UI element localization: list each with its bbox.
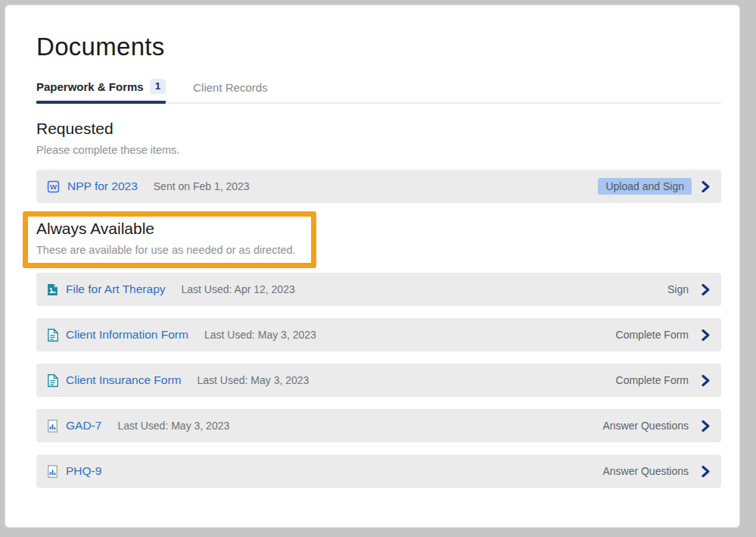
row-meta: Last Used: May 3, 2023 (197, 374, 309, 386)
document-link[interactable]: NPP for 2023 (67, 180, 138, 193)
tab-label: Paperwork & Forms (36, 80, 144, 93)
action-answer-questions[interactable]: Answer Questions (602, 465, 689, 477)
tab-bar: Paperwork & Forms1Client Records (36, 79, 721, 104)
action-complete-form[interactable]: Complete Form (616, 329, 689, 341)
documents-page: Documents Paperwork & Forms1Client Recor… (5, 5, 740, 528)
document-link[interactable]: Client Insurance Form (66, 373, 181, 387)
chevron-right-icon (702, 181, 710, 192)
action-answer-questions[interactable]: Answer Questions (602, 420, 689, 432)
document-row-client-insurance-form[interactable]: Client Insurance FormLast Used: May 3, 2… (36, 364, 721, 397)
tab-paperwork-forms[interactable]: Paperwork & Forms1 (36, 79, 166, 102)
section-heading: Requested (36, 120, 721, 138)
row-meta: Last Used: May 3, 2023 (117, 420, 229, 432)
section-subheading: These are available for use as needed or… (36, 244, 296, 256)
word-file-icon: W (47, 180, 60, 193)
document-file-icon (47, 374, 58, 387)
chevron-right-icon (702, 375, 710, 386)
document-file-icon (47, 329, 58, 342)
chevron-right-icon (702, 329, 710, 341)
page-title: Documents (36, 33, 721, 61)
document-link[interactable]: PHQ-9 (66, 464, 101, 478)
action-upload-and-sign[interactable]: Upload and Sign (598, 178, 692, 195)
row-meta: Last Used: May 3, 2023 (204, 329, 316, 341)
document-row-gad-7[interactable]: GAD-7Last Used: May 3, 2023Answer Questi… (36, 409, 721, 442)
tab-count-badge: 1 (150, 79, 166, 94)
section-always-available: Always AvailableThese are available for … (36, 203, 721, 488)
action-complete-form[interactable]: Complete Form (616, 374, 689, 386)
tab-client-records[interactable]: Client Records (193, 81, 267, 102)
document-row-npp-for-2023[interactable]: WNPP for 2023Sent on Feb 1, 2023Upload a… (36, 170, 721, 203)
highlight-annotation-box: Always AvailableThese are available for … (23, 211, 316, 268)
chevron-right-icon (702, 284, 710, 295)
chart-file-icon (47, 420, 58, 432)
chart-file-icon (47, 465, 58, 478)
image-file-icon (47, 283, 58, 296)
row-meta: Last Used: Apr 12, 2023 (182, 283, 295, 295)
document-row-file-for-art-therapy[interactable]: File for Art TherapyLast Used: Apr 12, 2… (36, 273, 721, 306)
svg-text:W: W (50, 183, 57, 191)
section-subheading: Please complete these items. (36, 144, 721, 156)
document-row-client-information-form[interactable]: Client Information FormLast Used: May 3,… (36, 318, 721, 351)
row-meta: Sent on Feb 1, 2023 (154, 180, 250, 192)
document-row-phq-9[interactable]: PHQ-9Answer Questions (36, 454, 721, 488)
document-link[interactable]: Client Information Form (66, 328, 188, 342)
sections-container: RequestedPlease complete these items.WNP… (36, 120, 721, 488)
chevron-right-icon (702, 420, 710, 432)
section-requested: RequestedPlease complete these items.WNP… (36, 120, 721, 203)
chevron-right-icon (702, 466, 710, 477)
section-header: RequestedPlease complete these items. (36, 120, 721, 156)
document-link[interactable]: File for Art Therapy (66, 283, 166, 296)
tab-label: Client Records (193, 81, 267, 94)
section-heading: Always Available (36, 220, 296, 238)
document-link[interactable]: GAD-7 (66, 419, 101, 432)
action-sign[interactable]: Sign (667, 283, 689, 295)
